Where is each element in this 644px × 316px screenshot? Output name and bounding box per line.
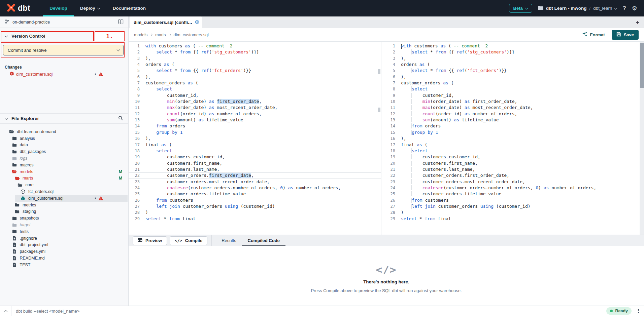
scrollbar-thumb[interactable] (640, 43, 644, 88)
tree-item-macros[interactable]: macros (0, 162, 128, 168)
commit-and-resolve-button[interactable]: Commit and resolve (3, 45, 124, 55)
vertical-scrollbar[interactable] (640, 42, 644, 235)
tree-item-dbt_packages[interactable]: dbt_packages (0, 148, 128, 155)
tree-item-analysis[interactable]: analysis (0, 135, 128, 142)
code-line[interactable]: 13 sum(amount) as lifetime_value (384, 117, 640, 123)
code-line[interactable]: 7customer_orders as ( (384, 80, 640, 86)
tree-item-staging[interactable]: staging (0, 208, 128, 215)
code-line[interactable]: 15 group by 1 (384, 129, 640, 135)
scrollbar-mark[interactable] (378, 69, 380, 74)
code-line[interactable]: 19 customers.customer_id, (384, 154, 640, 160)
tree-item-README.md[interactable]: README.md (0, 255, 128, 262)
changed-file-dim_customers.sql[interactable]: dim_customers.sql• (0, 70, 128, 78)
code-line[interactable]: 26 from customers (129, 197, 381, 203)
tab-results[interactable]: Results (216, 235, 242, 246)
tab-compiled-code[interactable]: Compiled Code (242, 235, 285, 246)
code-line[interactable]: 20 customers.first_name, (384, 160, 640, 166)
tree-item-dim_customers.sql[interactable]: dim_customers.sql• (0, 195, 128, 202)
tree-item-data[interactable]: data (0, 142, 128, 149)
code-line[interactable]: 24 coalesce(customer_orders.number_of_or… (384, 185, 640, 191)
code-line[interactable]: 4orders as ( (129, 62, 381, 68)
tree-item-tests[interactable]: tests (0, 228, 128, 235)
code-line[interactable]: 12 count(order_id) as number_of_orders, (384, 111, 640, 117)
code-line[interactable]: 28) (129, 209, 381, 215)
tree-item-TEST[interactable]: TEST (0, 262, 128, 268)
code-line[interactable]: 2 select * from {{ ref('stg_customers')}… (384, 49, 640, 55)
code-line[interactable]: 25 customer_orders.lifetime_value (129, 191, 381, 197)
code-line[interactable]: 10 min(order_date) as first_order_date, (129, 98, 381, 105)
code-line[interactable]: 14 from orders (384, 123, 640, 129)
code-line[interactable]: 20 customers.first_name, (129, 160, 381, 166)
beta-dropdown[interactable]: Beta (509, 4, 532, 13)
code-line[interactable]: 21 customers.last_name, (129, 166, 381, 172)
dbt-logo[interactable]: dbt (6, 3, 30, 14)
code-line[interactable]: 11 max(order_date) as most_recent_order_… (384, 105, 640, 111)
project-dropdown[interactable]: dbt_learn (593, 6, 617, 11)
nav-deploy[interactable]: Deploy (74, 0, 106, 16)
code-line[interactable]: 22 customer_orders.first_order_date, (129, 172, 381, 179)
code-line[interactable]: 16), (384, 135, 640, 142)
settings-gear-icon[interactable]: ⚙ (632, 5, 637, 12)
code-line[interactable]: 24 coalesce(customer_orders.number_of_or… (129, 185, 381, 191)
code-line[interactable]: 27 left join customer_orders using (cust… (384, 203, 640, 209)
tree-item-core[interactable]: core (0, 182, 128, 188)
chevron-up-icon[interactable] (4, 310, 8, 313)
code-line[interactable]: 27 left join customer_orders using (cust… (129, 203, 381, 209)
code-line[interactable]: 22 customer_orders.first_order_date, (384, 172, 640, 179)
tree-item-target[interactable]: target (0, 222, 128, 228)
code-line[interactable]: 17final as ( (384, 142, 640, 148)
code-line[interactable]: 17final as ( (129, 142, 381, 148)
code-line[interactable]: 28) (384, 209, 640, 215)
docs-book-icon[interactable] (118, 19, 124, 25)
tree-item-dbt-learn-on-demand[interactable]: dbt-learn-on-demand (0, 128, 128, 135)
code-line[interactable]: 13 sum(amount) as lifetime_value (129, 117, 381, 123)
code-line[interactable]: 4orders as ( (384, 62, 640, 68)
code-line[interactable]: 8 select (384, 86, 640, 92)
code-line[interactable]: 1with customers as ( -- comment 2 (384, 43, 640, 49)
code-line[interactable]: 7customer_orders as ( (129, 80, 381, 86)
preview-button[interactable]: Preview (133, 236, 167, 245)
compile-button[interactable]: </> Compile (170, 236, 207, 245)
code-line[interactable]: 23 customer_orders.most_recent_order_dat… (384, 179, 640, 185)
tree-item-metrics[interactable]: metrics (0, 202, 128, 208)
commit-dropdown-caret[interactable] (113, 45, 123, 55)
tree-item-models[interactable]: modelsM (0, 168, 128, 175)
account-name[interactable]: dbt Learn - mwong (546, 6, 587, 11)
code-line[interactable]: 3), (129, 55, 381, 62)
code-line[interactable]: 3), (384, 55, 640, 62)
git-branch-row[interactable]: on-demand-practice (0, 16, 128, 28)
code-line[interactable]: 10 min(order_date) as first_order_date, (384, 98, 640, 105)
code-line[interactable]: 1with customers as ( -- comment 2 (129, 43, 381, 49)
nav-develop[interactable]: Develop (43, 0, 74, 16)
code-line[interactable]: 12 count(order_id) as number_of_orders, (129, 111, 381, 117)
code-line[interactable]: 25 customer_orders.lifetime_value (384, 191, 640, 197)
tab-dim-customers[interactable]: dim_customers.sql (confli… (130, 16, 202, 28)
breadcrumb-marts[interactable]: marts (155, 33, 166, 37)
code-line[interactable]: 15 group by 1 (129, 129, 381, 135)
code-line[interactable]: 18 select (129, 148, 381, 154)
kebab-menu-icon[interactable]: ⋮ (636, 308, 641, 314)
new-tab-plus-icon[interactable]: + (636, 19, 639, 26)
file-explorer-header[interactable]: File Explorer (0, 113, 128, 124)
tree-item-.gitignore[interactable]: .gitignore (0, 235, 128, 242)
code-line[interactable]: 9 customer_id, (129, 92, 381, 98)
tree-item-logs[interactable]: logs (0, 155, 128, 162)
code-line[interactable]: 26 from customers (384, 197, 640, 203)
code-line[interactable]: 5 select * from {{ ref('fct_orders')}} (384, 68, 640, 74)
command-input[interactable]: dbt build --select <model_name> (16, 309, 79, 314)
code-line[interactable]: 2 select * from {{ ref('stg_customers')}… (129, 49, 381, 55)
nav-documentation[interactable]: Documentation (106, 0, 152, 16)
tree-item-dbt_project.yml[interactable]: dbt_project.yml (0, 242, 128, 248)
code-line[interactable]: 23 customer_orders.most_recent_order_dat… (129, 179, 381, 185)
code-line[interactable]: 6), (384, 74, 640, 80)
search-icon[interactable] (118, 116, 123, 122)
format-button[interactable]: Format (582, 32, 605, 38)
code-line[interactable]: 14 from orders (129, 123, 381, 129)
tree-item-packages.yml[interactable]: packages.yml (0, 248, 128, 255)
code-line[interactable]: 5 select * from {{ ref('fct_orders')}} (129, 68, 381, 74)
version-control-header[interactable]: Version Control (0, 31, 128, 41)
code-line[interactable]: 16), (129, 135, 381, 142)
code-line[interactable]: 21 customers.last_name, (384, 166, 640, 172)
code-line[interactable]: 6), (129, 74, 381, 80)
scrollbar-mark[interactable] (378, 108, 380, 112)
